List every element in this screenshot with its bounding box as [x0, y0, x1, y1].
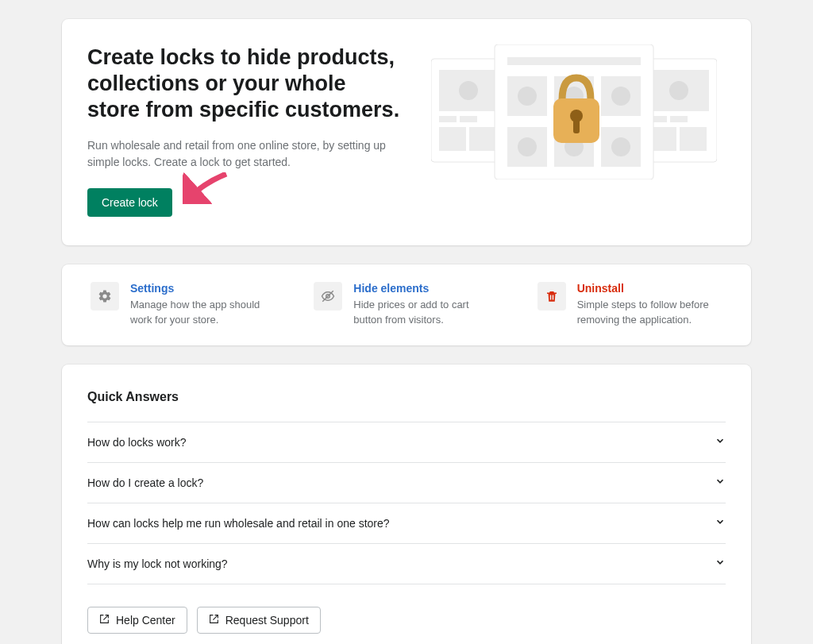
hero-card: Create locks to hide products, collectio…	[62, 19, 751, 245]
chevron-down-icon	[715, 476, 726, 490]
svg-rect-11	[670, 116, 688, 122]
quick-answers-card: Quick Answers How do locks work? How do …	[62, 364, 751, 645]
hero-illustration	[422, 44, 726, 179]
svg-rect-13	[680, 127, 707, 151]
svg-rect-30	[573, 118, 580, 133]
hero-subtitle: Run wholesale and retail from one online…	[87, 137, 403, 171]
faq-question: How do I create a lock?	[87, 476, 203, 489]
help-center-button[interactable]: Help Center	[87, 607, 187, 634]
request-support-button[interactable]: Request Support	[197, 607, 321, 634]
faq-item[interactable]: How do I create a lock?	[87, 463, 726, 503]
faq-list: How do locks work? How do I create a loc…	[87, 422, 726, 584]
help-center-label: Help Center	[116, 614, 175, 627]
quicklink-desc: Manage how the app should work for your …	[130, 298, 275, 328]
svg-point-21	[611, 87, 630, 106]
svg-rect-5	[439, 127, 466, 151]
chevron-down-icon	[715, 516, 726, 530]
quick-links-card: Settings Manage how the app should work …	[62, 264, 751, 345]
svg-point-23	[518, 137, 537, 156]
faq-item[interactable]: How can locks help me run wholesale and …	[87, 503, 726, 544]
faq-item[interactable]: How do locks work?	[87, 422, 726, 463]
hero-title: Create locks to hide products, collectio…	[87, 44, 403, 123]
chevron-down-icon	[715, 557, 726, 571]
quicklink-desc: Simple steps to follow before removing t…	[577, 298, 722, 328]
chevron-down-icon	[715, 435, 726, 449]
pointer-arrow-icon	[183, 172, 230, 204]
create-lock-button[interactable]: Create lock	[87, 188, 172, 217]
eye-slash-icon	[314, 282, 342, 310]
external-link-icon	[209, 614, 219, 627]
trash-icon	[538, 282, 566, 310]
svg-point-17	[518, 87, 537, 106]
quicklink-title: Settings	[130, 282, 275, 295]
quicklink-desc: Hide prices or add to cart button from v…	[353, 298, 499, 328]
gear-icon	[91, 282, 119, 310]
svg-rect-3	[439, 116, 457, 122]
svg-point-27	[611, 137, 630, 156]
request-support-label: Request Support	[225, 614, 309, 627]
quicklink-uninstall[interactable]: Uninstall Simple steps to follow before …	[518, 282, 742, 328]
svg-rect-6	[469, 127, 496, 151]
svg-point-9	[669, 81, 688, 100]
faq-question: How do locks work?	[87, 436, 187, 449]
faq-question: How can locks help me run wholesale and …	[87, 517, 390, 530]
quicklink-title: Uninstall	[577, 282, 722, 295]
faq-item[interactable]: Why is my lock not working?	[87, 544, 726, 584]
quicklink-settings[interactable]: Settings Manage how the app should work …	[71, 282, 295, 328]
faq-question: Why is my lock not working?	[87, 557, 228, 570]
svg-rect-15	[507, 57, 641, 65]
quicklink-hide-elements[interactable]: Hide elements Hide prices or add to cart…	[295, 282, 518, 328]
quicklink-title: Hide elements	[353, 282, 499, 295]
external-link-icon	[99, 614, 110, 627]
hero-content: Create locks to hide products, collectio…	[87, 44, 403, 217]
svg-rect-4	[460, 116, 477, 122]
svg-point-2	[459, 81, 478, 100]
quick-answers-heading: Quick Answers	[87, 390, 726, 404]
